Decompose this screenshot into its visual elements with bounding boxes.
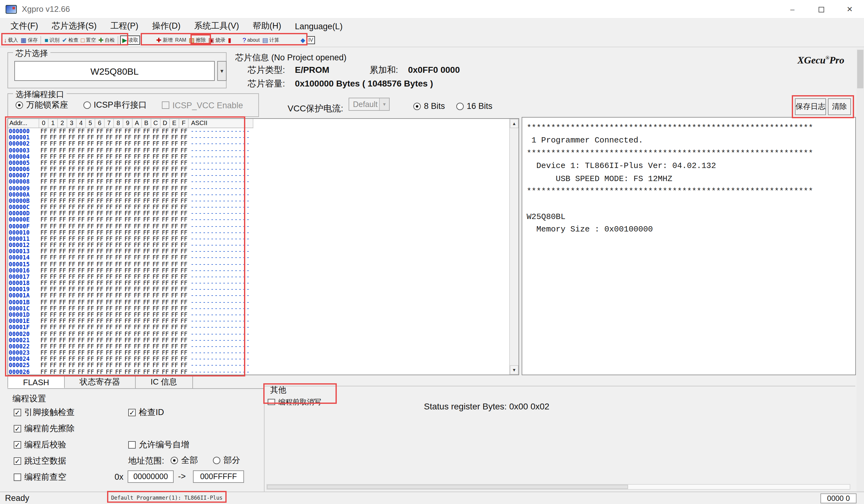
- checkbox-check-id[interactable]: ✓检查ID: [128, 407, 164, 418]
- toolbar-selftest-button[interactable]: ✚自检: [97, 36, 116, 44]
- checkbox-erase-before[interactable]: ✓编程前先擦除: [14, 423, 75, 434]
- menu-project[interactable]: 工程(P): [104, 21, 145, 32]
- checkbox-verify-after[interactable]: ✓编程后校验: [14, 439, 66, 451]
- toolbar-save-button[interactable]: ▦保存: [19, 36, 39, 44]
- hex-row[interactable]: 00001CFFFFFFFFFFFFFFFFFFFFFFFFFFFFFFFF--…: [8, 306, 253, 312]
- toolbar-about-button[interactable]: ?about: [241, 36, 261, 44]
- toolbar-iv-button[interactable]: IV: [307, 36, 315, 44]
- tab-flash[interactable]: FLASH: [8, 376, 65, 388]
- toolbar-ram-button[interactable]: RAM: [174, 37, 188, 44]
- toolbar-detect-button[interactable]: ■识别: [43, 36, 61, 44]
- chip-select-combo[interactable]: W25Q80BL: [14, 61, 215, 81]
- hex-row[interactable]: 000009FFFFFFFFFFFFFFFFFFFFFFFFFFFFFFFF--…: [8, 185, 253, 191]
- hex-row[interactable]: 000003FFFFFFFFFFFFFFFFFFFFFFFFFFFFFFFF--…: [8, 147, 253, 153]
- menu-file[interactable]: 文件(F): [4, 21, 45, 32]
- window-scrollbar-thumb[interactable]: [857, 50, 863, 88]
- toolbar-erase-button[interactable]: ▨擦除: [187, 36, 207, 44]
- menu-help[interactable]: 帮助(H): [246, 21, 288, 32]
- hex-row[interactable]: 00001AFFFFFFFFFFFFFFFFFFFFFFFFFFFFFFFF--…: [8, 293, 253, 299]
- vcc-current-combo[interactable]: Default ▼: [349, 98, 390, 111]
- radio-8-bits[interactable]: 8 Bits: [413, 101, 445, 111]
- checkbox-pin-check[interactable]: ✓引脚接触检查: [14, 407, 75, 418]
- toolbar-blank-button[interactable]: □置空: [80, 36, 97, 44]
- hex-row[interactable]: 00001DFFFFFFFFFFFFFFFFFFFFFFFFFFFFFFFF--…: [8, 312, 253, 318]
- hex-row[interactable]: 000019FFFFFFFFFFFFFFFFFFFFFFFFFFFFFFFF--…: [8, 286, 253, 293]
- radio-icsp-port[interactable]: ICSP串行接口: [83, 100, 147, 111]
- hex-row[interactable]: 000001FFFFFFFFFFFFFFFFFFFFFFFFFFFFFFFF--…: [8, 134, 253, 140]
- hex-row[interactable]: 00000FFFFFFFFFFFFFFFFFFFFFFFFFFFFFFFFF--…: [8, 223, 253, 229]
- hex-row[interactable]: 00000AFFFFFFFFFFFFFFFFFFFFFFFFFFFFFFFF--…: [8, 191, 253, 198]
- address-from-input[interactable]: 00000000: [128, 470, 174, 483]
- hex-row[interactable]: 000018FFFFFFFFFFFFFFFFFFFFFFFFFFFFFFFF--…: [8, 280, 253, 286]
- hex-row[interactable]: 000005FFFFFFFFFFFFFFFFFFFFFFFFFFFFFFFF--…: [8, 160, 253, 166]
- menu-operation[interactable]: 操作(D): [145, 21, 188, 32]
- menu-tools[interactable]: 系统工具(V): [187, 21, 246, 32]
- tab-ic-info[interactable]: IC 信息: [136, 376, 193, 388]
- address-to-input[interactable]: 000FFFFF: [193, 470, 244, 483]
- radio-range-part[interactable]: 部分: [213, 455, 240, 466]
- horizontal-scrollbar[interactable]: [266, 484, 850, 490]
- save-log-button[interactable]: 保存日志: [795, 98, 826, 115]
- scroll-up-button[interactable]: ▲: [510, 119, 518, 128]
- toolbar-check-button[interactable]: ✔检查: [61, 36, 80, 44]
- checkbox-auto-increment[interactable]: 允许编号自增: [128, 439, 189, 451]
- hex-row[interactable]: 000012FFFFFFFFFFFFFFFFFFFFFFFFFFFFFFFF--…: [8, 242, 253, 248]
- hex-row[interactable]: 00000EFFFFFFFFFFFFFFFFFFFFFFFFFFFFFFFF--…: [8, 217, 253, 223]
- hex-row[interactable]: 000015FFFFFFFFFFFFFFFFFFFFFFFFFFFFFFFF--…: [8, 261, 253, 267]
- toolbar-load-button[interactable]: ↓载入: [2, 36, 19, 44]
- scrollbar-thumb[interactable]: [267, 485, 628, 489]
- hex-row[interactable]: 00001FFFFFFFFFFFFFFFFFFFFFFFFFFFFFFFFF--…: [8, 324, 253, 331]
- checkbox-cancel-write-protect[interactable]: 编程前取消写: [268, 397, 321, 407]
- hex-row[interactable]: 00001BFFFFFFFFFFFFFFFFFFFFFFFFFFFFFFFF--…: [8, 299, 253, 305]
- tab-status-register[interactable]: 状态寄存器: [65, 376, 136, 388]
- hex-row[interactable]: 00000DFFFFFFFFFFFFFFFFFFFFFFFFFFFFFFFF--…: [8, 210, 253, 217]
- hex-row[interactable]: 000021FFFFFFFFFFFFFFFFFFFFFFFFFFFFFFFF--…: [8, 337, 253, 343]
- radio-16-bits[interactable]: 16 Bits: [456, 101, 493, 111]
- hex-row[interactable]: 000014FFFFFFFFFFFFFFFFFFFFFFFFFFFFFFFF--…: [8, 255, 253, 261]
- checkbox-blank-check-before[interactable]: 编程前查空: [14, 472, 66, 483]
- hex-row[interactable]: 000026FFFFFFFFFFFFFFFFFFFFFFFFFFFFFFFF--…: [8, 369, 253, 375]
- hex-row[interactable]: 000020FFFFFFFFFFFFFFFFFFFFFFFFFFFFFFFF--…: [8, 331, 253, 337]
- toolbar-redbar-button[interactable]: ▮: [227, 36, 232, 44]
- hex-row[interactable]: 000016FFFFFFFFFFFFFFFFFFFFFFFFFFFFFFFF--…: [8, 268, 253, 274]
- toolbar-program-button[interactable]: ▣烧录: [207, 36, 227, 44]
- hex-byte: FF: [170, 293, 179, 299]
- hex-row[interactable]: 000007FFFFFFFFFFFFFFFFFFFFFFFFFFFFFFFF--…: [8, 172, 253, 179]
- menu-chip-select[interactable]: 芯片选择(S): [45, 21, 104, 32]
- checkbox-icsp-vcc-enable[interactable]: ICSP_VCC Enable: [162, 100, 243, 110]
- radio-range-all[interactable]: 全部: [170, 455, 198, 466]
- toolbar-logic-button[interactable]: ◆: [299, 36, 306, 44]
- toolbar-read-button[interactable]: ▶读取: [120, 36, 140, 45]
- hex-row[interactable]: 000022FFFFFFFFFFFFFFFFFFFFFFFFFFFFFFFF--…: [8, 343, 253, 350]
- hex-row[interactable]: 000023FFFFFFFFFFFFFFFFFFFFFFFFFFFFFFFF--…: [8, 350, 253, 356]
- hex-editor[interactable]: Addr...0123456789ABCDEFASCII 000000FFFFF…: [8, 118, 519, 375]
- hex-row[interactable]: 000006FFFFFFFFFFFFFFFFFFFFFFFFFFFFFFFF--…: [8, 166, 253, 172]
- hex-row[interactable]: 000011FFFFFFFFFFFFFFFFFFFFFFFFFFFFFFFF--…: [8, 236, 253, 242]
- hex-row[interactable]: 000008FFFFFFFFFFFFFFFFFFFFFFFFFFFFFFFF--…: [8, 179, 253, 185]
- menu-language[interactable]: Language(L): [288, 22, 349, 31]
- close-button[interactable]: ✕: [835, 0, 864, 19]
- clear-log-button[interactable]: 清除: [828, 98, 851, 115]
- hex-row[interactable]: 00001EFFFFFFFFFFFFFFFFFFFFFFFFFFFFFFFF--…: [8, 318, 253, 324]
- hex-row[interactable]: 000013FFFFFFFFFFFFFFFFFFFFFFFFFFFFFFFF--…: [8, 249, 253, 255]
- hex-row[interactable]: 000002FFFFFFFFFFFFFFFFFFFFFFFFFFFFFFFF--…: [8, 141, 253, 147]
- hex-row[interactable]: 000004FFFFFFFFFFFFFFFFFFFFFFFFFFFFFFFF--…: [8, 153, 253, 160]
- toolbar-calc-button[interactable]: ▤计算: [261, 36, 280, 44]
- hex-row[interactable]: 000000FFFFFFFFFFFFFFFFFFFFFFFFFFFFFFFF--…: [8, 128, 253, 134]
- hex-row[interactable]: 00000CFFFFFFFFFFFFFFFFFFFFFFFFFFFFFFFF--…: [8, 204, 253, 210]
- radio-universal-socket[interactable]: 万能锁紧座: [15, 100, 68, 111]
- window-scrollbar[interactable]: [856, 49, 864, 492]
- minimize-button[interactable]: –: [778, 0, 807, 19]
- hex-row[interactable]: 00000BFFFFFFFFFFFFFFFFFFFFFFFFFFFFFFFF--…: [8, 198, 253, 204]
- chip-select-dropdown-button[interactable]: ▼: [217, 61, 227, 81]
- checkbox-skip-blank[interactable]: ✓跳过空数据: [14, 455, 66, 467]
- hex-row[interactable]: 000017FFFFFFFFFFFFFFFFFFFFFFFFFFFFFFFF--…: [8, 274, 253, 280]
- maximize-button[interactable]: [807, 0, 835, 19]
- hex-row[interactable]: 000024FFFFFFFFFFFFFFFFFFFFFFFFFFFFFFFF--…: [8, 356, 253, 362]
- hex-byte: FF: [58, 223, 67, 230]
- hex-row[interactable]: 000025FFFFFFFFFFFFFFFFFFFFFFFFFFFFFFFF--…: [8, 362, 253, 369]
- scroll-down-button[interactable]: ▼: [510, 365, 518, 374]
- hex-row[interactable]: 000010FFFFFFFFFFFFFFFFFFFFFFFFFFFFFFFF--…: [8, 230, 253, 236]
- hex-scrollbar[interactable]: ▲ ▼: [509, 119, 518, 374]
- toolbar-new-button[interactable]: ✚新增: [155, 36, 174, 44]
